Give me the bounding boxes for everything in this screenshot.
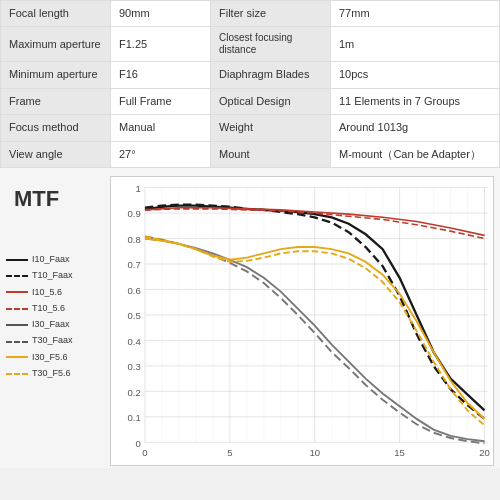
spec-value: Full Frame [111, 88, 211, 114]
legend-line [6, 291, 28, 293]
spec-value2: 11 Elements in 7 Groups [331, 88, 500, 114]
svg-text:0.2: 0.2 [127, 387, 140, 398]
spec-label2: Filter size [211, 1, 331, 27]
spec-value2: M-mount（Can be Adapter） [331, 141, 500, 167]
legend-line [6, 308, 28, 310]
legend-label: I30_Faax [32, 317, 70, 332]
spec-label: View angle [1, 141, 111, 167]
svg-text:0.7: 0.7 [127, 259, 140, 270]
legend-label: I30_F5.6 [32, 350, 68, 365]
spec-value2: 1m [331, 27, 500, 62]
spec-label: Maximum aperture [1, 27, 111, 62]
legend-label: T30_F5.6 [32, 366, 71, 381]
spec-label: Frame [1, 88, 111, 114]
spec-row: FrameFull FrameOptical Design11 Elements… [1, 88, 500, 114]
svg-text:10: 10 [309, 447, 320, 458]
svg-text:0.4: 0.4 [127, 336, 141, 347]
legend-label: T10_Faax [32, 268, 73, 283]
mtf-left: MTF I10_FaaxT10_FaaxI10_5.6T10_5.6I30_Fa… [6, 176, 106, 382]
spec-label2: Mount [211, 141, 331, 167]
spec-row: Maximum apertureF1.25Closest focusing di… [1, 27, 500, 62]
legend-item: I10_Faax [6, 252, 73, 267]
legend-line [6, 356, 28, 358]
spec-label2: Optical Design [211, 88, 331, 114]
legend-item: T30_F5.6 [6, 366, 73, 381]
legend-item: I10_5.6 [6, 285, 73, 300]
svg-text:15: 15 [394, 447, 405, 458]
spec-label2: Diaphragm Blades [211, 62, 331, 88]
mtf-title: MTF [14, 186, 59, 212]
legend-line [6, 341, 28, 343]
spec-value: F1.25 [111, 27, 211, 62]
legend-item: T10_5.6 [6, 301, 73, 316]
svg-text:0: 0 [135, 437, 140, 448]
specs-table: Focal length90mmFilter size77mmMaximum a… [0, 0, 500, 168]
svg-text:0: 0 [142, 447, 147, 458]
legend-line [6, 275, 28, 277]
legend-item: T10_Faax [6, 268, 73, 283]
legend-label: T30_Faax [32, 333, 73, 348]
legend-item: T30_Faax [6, 333, 73, 348]
svg-text:0.9: 0.9 [127, 208, 140, 219]
spec-value: F16 [111, 62, 211, 88]
svg-text:0.5: 0.5 [127, 310, 140, 321]
svg-text:1: 1 [135, 183, 140, 194]
spec-value2: Around 1013g [331, 115, 500, 141]
spec-label: Focal length [1, 1, 111, 27]
spec-row: Focal length90mmFilter size77mm [1, 1, 500, 27]
spec-label2: Weight [211, 115, 331, 141]
legend: I10_FaaxT10_FaaxI10_5.6T10_5.6I30_FaaxT3… [6, 252, 73, 382]
legend-item: I30_Faax [6, 317, 73, 332]
spec-row: View angle27°MountM-mount（Can be Adapter… [1, 141, 500, 167]
spec-row: Focus methodManualWeightAround 1013g [1, 115, 500, 141]
mtf-section: MTF I10_FaaxT10_FaaxI10_5.6T10_5.6I30_Fa… [0, 168, 500, 468]
spec-label: Focus method [1, 115, 111, 141]
mtf-chart-area: 1 0.9 0.8 0.7 0.6 0.5 0.4 0.3 0.2 0.1 0 [110, 176, 494, 467]
spec-value2: 77mm [331, 1, 500, 27]
svg-text:0.6: 0.6 [127, 285, 140, 296]
spec-value: 90mm [111, 1, 211, 27]
mtf-chart: 1 0.9 0.8 0.7 0.6 0.5 0.4 0.3 0.2 0.1 0 [111, 177, 493, 464]
legend-line [6, 324, 28, 326]
spec-value: Manual [111, 115, 211, 141]
svg-text:20: 20 [479, 447, 490, 458]
spec-label: Minimum aperture [1, 62, 111, 88]
legend-label: I10_Faax [32, 252, 70, 267]
legend-item: I30_F5.6 [6, 350, 73, 365]
legend-line [6, 373, 28, 375]
svg-text:0.1: 0.1 [127, 412, 140, 423]
svg-text:5: 5 [227, 447, 232, 458]
legend-label: T10_5.6 [32, 301, 65, 316]
svg-text:0.8: 0.8 [127, 234, 140, 245]
svg-text:0.3: 0.3 [127, 361, 140, 372]
legend-line [6, 259, 28, 261]
spec-value2: 10pcs [331, 62, 500, 88]
spec-row: Minimum apertureF16Diaphragm Blades10pcs [1, 62, 500, 88]
spec-value: 27° [111, 141, 211, 167]
legend-label: I10_5.6 [32, 285, 62, 300]
spec-label2: Closest focusing distance [211, 27, 331, 62]
